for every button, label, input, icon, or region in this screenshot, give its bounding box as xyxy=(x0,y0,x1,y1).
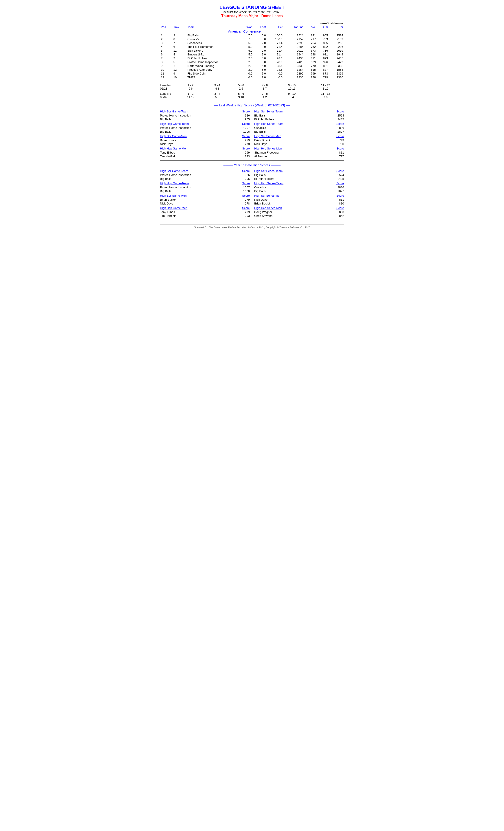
lane-date1: 02/23 xyxy=(160,87,176,90)
score-entry: Brian Busick279 xyxy=(160,138,250,142)
lane-d1c5: 10 11 xyxy=(277,87,307,90)
page-header: LEAGUE STANDING SHEET Results for Week N… xyxy=(160,4,344,18)
score-category-header: High Scr Series-TeamScore xyxy=(254,168,344,173)
ytd-divider xyxy=(160,161,344,161)
score-entry: Tim Hartfield293 xyxy=(160,154,250,158)
scratch-label: --------Scratch-------- xyxy=(320,22,343,25)
last-week-title: ---- Last Week's High Scores (Week of 02… xyxy=(160,104,344,107)
score-category-header: High Scr Game-MenScore xyxy=(160,193,250,198)
score-category-header: High Scr Game-MenScore xyxy=(160,134,250,138)
score-entry: Big Balls1006 xyxy=(160,130,250,134)
score-category-header: High Scr Series-MenScore xyxy=(254,134,344,138)
table-row: 2 8 Cusack's 7.0 0.0 100.0 2152 717 759 … xyxy=(160,37,344,41)
score-category-header: High Scr Game-TeamScore xyxy=(160,168,250,173)
lane-date2: 03/02 xyxy=(160,95,176,99)
subtitle2: Thursday Mens Major - Dome Lanes xyxy=(160,14,344,18)
score-category-header: High Scr Series-TeamScore xyxy=(254,109,344,114)
table-row: 11 9 Flip Side Coin 0.0 7.0 0.0 2399 799… xyxy=(160,71,344,76)
score-category-header: High Hcp Game-MenScore xyxy=(160,146,250,151)
score-entry: Tony Eilbes299 xyxy=(160,210,250,214)
last-week-section: ---- Last Week's High Scores (Week of 02… xyxy=(160,104,344,158)
score-category-right: High Scr Series-MenScoreBrian Busick743N… xyxy=(254,134,344,146)
lane-d1c3: 2 5 xyxy=(229,87,253,90)
lane-d2c2: 5 6 xyxy=(205,95,229,99)
score-entry: Cusack's2836 xyxy=(254,185,344,189)
footer: Licensed To: The Dome Lanes Perfect Secr… xyxy=(160,225,344,229)
score-entry: Nick Daye811 xyxy=(254,198,344,202)
lane-col1-label: 1 - 2 xyxy=(176,84,205,87)
lane-assignments: Lane No 1 - 2 3 - 4 5 - 6 7 - 8 9 - 10 1… xyxy=(160,84,344,99)
score-entry: Shannon Freeberg811 xyxy=(254,151,344,154)
score-category-header: High Hcp Series-MenScore xyxy=(254,146,344,151)
col-team: Team xyxy=(186,25,236,29)
score-entry: Brian Busick810 xyxy=(254,202,344,205)
score-category-left: High Scr Game-MenScoreBrian Busick279Nic… xyxy=(160,134,250,146)
score-category-header: High Scr Series-MenScore xyxy=(254,193,344,198)
score-entry: Brian Busick743 xyxy=(254,138,344,142)
score-category-right: High Scr Series-TeamScoreBig Balls2524Bi… xyxy=(254,109,344,121)
lane-d2c4: 1 2 xyxy=(253,95,277,99)
table-row: 5 11 Split Lickers 5.0 2.0 71.4 2019 673… xyxy=(160,49,344,53)
score-category-left: High Scr Game-TeamScoreProtec Home Inspe… xyxy=(160,168,250,181)
score-entry: Cusack's2836 xyxy=(254,126,344,130)
table-row: 9 1 North Wood Flooring 2.0 5.0 28.6 233… xyxy=(160,64,344,68)
score-entry: Bi Polar Rollers2435 xyxy=(254,117,344,121)
lane-d1c2: 4 8 xyxy=(205,87,229,90)
score-entry: Nick Daye278 xyxy=(160,142,250,146)
ytd-title: ---------- Year To Date High Scores ----… xyxy=(160,164,344,167)
lane-d2c5: 3 4 xyxy=(277,95,307,99)
score-category-header: High Hcp Game-TeamScore xyxy=(160,121,250,126)
main-title: LEAGUE STANDING SHEET xyxy=(160,4,344,10)
score-entry: Brian Busick279 xyxy=(160,198,250,202)
ytd-section: ---------- Year To Date High Scores ----… xyxy=(160,164,344,218)
lane-col3-label: 5 - 6 xyxy=(229,84,253,87)
score-category-header: High Hcp Series-MenScore xyxy=(254,205,344,210)
lane-d1c4: 3 7 xyxy=(253,87,277,90)
score-category-right: High Hcp Series-TeamScoreCusack's2836Big… xyxy=(254,121,344,134)
score-category-left: High Scr Game-MenScoreBrian Busick279Nic… xyxy=(160,193,250,205)
col-lost: Lost xyxy=(253,25,267,29)
col-totpins: TotPins xyxy=(284,25,304,29)
lane-col4-label: 7 - 8 xyxy=(253,84,277,87)
lane-col4-label2: 7 - 8 xyxy=(253,92,277,95)
col-ave: Ave xyxy=(304,25,317,29)
score-entry: Big Balls905 xyxy=(160,177,250,181)
score-category-right: High Scr Series-MenScoreNick Daye811Bria… xyxy=(254,193,344,205)
lane-col3-label2: 5 - 6 xyxy=(229,92,253,95)
col-pos: Pos xyxy=(160,25,173,29)
ytd-grid: High Scr Game-TeamScoreProtec Home Inspe… xyxy=(160,168,344,218)
table-row: 8 5 Protec Home Inspection 2.0 5.0 28.6 … xyxy=(160,60,344,64)
table-row: 7 2 Bi Polar Rollers 2.0 5.0 28.6 2435 8… xyxy=(160,56,344,60)
lane-no-label1: Lane No xyxy=(160,84,176,87)
lane-col1-label2: 1 - 2 xyxy=(176,92,205,95)
lane-d2c3: 9 10 xyxy=(229,95,253,99)
table-row: 1 3 Big Balls 7.0 0.0 100.0 2524 841 905… xyxy=(160,33,344,37)
col-tm: Tm# xyxy=(173,25,186,29)
score-entry: Big Balls2827 xyxy=(254,130,344,134)
score-entry: Tony Eilbes299 xyxy=(160,151,250,154)
score-category-right: High Scr Series-TeamScoreBig Balls2524Bi… xyxy=(254,168,344,181)
col-spacer xyxy=(236,25,239,29)
score-category-header: High Hcp Game-MenScore xyxy=(160,205,250,210)
table-row: 3 7 Schooner's 5.0 2.0 71.4 2293 764 835… xyxy=(160,41,344,45)
lane-no-label2: Lane No xyxy=(160,92,176,95)
subtitle: Results for Week No. 23 of 32 02/16/2023 xyxy=(160,10,344,14)
scratch-header-row: --------Scratch-------- xyxy=(160,22,344,25)
lane-d2c6: 7 8 xyxy=(307,95,344,99)
score-category-left: High Hcp Game-TeamScoreProtec Home Inspe… xyxy=(160,181,250,193)
score-entry: Big Balls2827 xyxy=(254,189,344,193)
score-entry: Big Balls2524 xyxy=(254,173,344,177)
score-entry: Bi Polar Rollers2435 xyxy=(254,177,344,181)
score-entry: Nick Daye278 xyxy=(160,202,250,205)
score-entry: Protec Home Inspection1007 xyxy=(160,126,250,130)
score-entry: Tim Hartfield293 xyxy=(160,214,250,218)
score-category-header: High Hcp Series-TeamScore xyxy=(254,181,344,185)
col-pct: Pct xyxy=(267,25,284,29)
score-category-left: High Scr Game-TeamScoreProtec Home Inspe… xyxy=(160,109,250,121)
score-entry: Chris Stevens852 xyxy=(254,214,344,218)
score-entry: Doug Wagner883 xyxy=(254,210,344,214)
lane-d2c1: 11 12 xyxy=(176,95,205,99)
col-won: Won xyxy=(239,25,253,29)
score-category-left: High Hcp Game-MenScoreTony Eilbes299Tim … xyxy=(160,205,250,218)
mid-divider xyxy=(160,81,344,81)
